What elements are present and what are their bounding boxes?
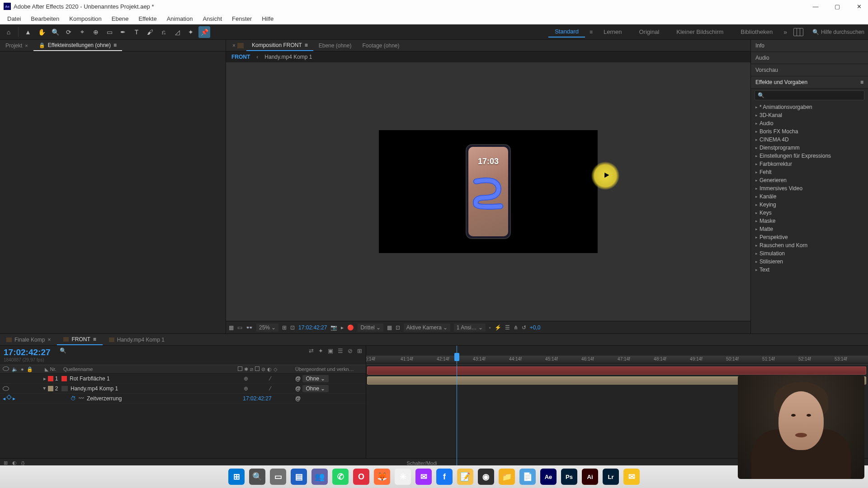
taskbar-firefox[interactable]: 🦊: [374, 469, 390, 485]
grid-icon[interactable]: ▦: [229, 324, 234, 331]
effects-category[interactable]: ▸Perspektive: [751, 233, 868, 241]
switches-modes-toggle[interactable]: Schalter/Modi: [29, 460, 815, 466]
hand-tool-icon[interactable]: ✋: [36, 26, 47, 38]
region-icon[interactable]: ⊡: [396, 324, 400, 331]
snapshot-icon[interactable]: 📷: [330, 324, 337, 331]
effects-presets-tab[interactable]: Effekte und Vorgaben ≡: [751, 76, 868, 89]
reset-exposure-icon[interactable]: ↺: [522, 324, 526, 331]
prev-key-icon[interactable]: ◂: [3, 395, 5, 402]
time-remap-row[interactable]: ◂▸ ⏱ 〰 Zeitverzerrung 17:02:42:27 @: [0, 394, 366, 404]
taskbar-obs[interactable]: ◉: [478, 469, 494, 485]
switch-icon[interactable]: [238, 366, 242, 371]
layer-search-icon[interactable]: 🔍: [60, 347, 66, 354]
timecode-nav-icon[interactable]: ⊡: [290, 324, 295, 331]
res-grid-icon[interactable]: ⊞: [282, 324, 287, 331]
taskbar-task-view[interactable]: ▭: [270, 469, 286, 485]
puppet-tool-icon[interactable]: 📌: [198, 26, 210, 38]
expand-icon[interactable]: [43, 375, 46, 382]
chevron-left-icon[interactable]: ‹: [256, 54, 258, 60]
playhead-line[interactable]: [457, 365, 457, 467]
workspace-kleiner[interactable]: Kleiner Bildschirm: [670, 27, 730, 37]
shy-icon[interactable]: ▣: [328, 347, 333, 354]
effects-category[interactable]: ▸Rauschen und Korn: [751, 241, 868, 249]
clone-tool-icon[interactable]: ⎌: [158, 26, 170, 38]
breadcrumb-child[interactable]: Handy.mp4 Komp 1: [264, 54, 312, 60]
workspace-original[interactable]: Original: [632, 27, 665, 37]
layer-name[interactable]: Handy.mp4 Komp 1: [71, 385, 118, 392]
menu-ansicht[interactable]: Ansicht: [198, 14, 226, 23]
show-snapshot-icon[interactable]: ▸: [341, 324, 344, 331]
taskbar-messenger[interactable]: ✉: [415, 469, 432, 485]
help-search-input[interactable]: Hilfe durchsuchen: [821, 29, 864, 35]
visibility-toggle[interactable]: [3, 386, 9, 391]
expression-pickwhip-icon[interactable]: @: [295, 395, 301, 402]
taskbar-notes[interactable]: 📝: [457, 469, 473, 485]
time-remap-value[interactable]: 17:02:42:27: [243, 395, 271, 402]
menu-datei[interactable]: Datei: [3, 14, 25, 23]
parent-pickwhip-icon[interactable]: @: [295, 375, 301, 382]
resolution-select[interactable]: Drittel ⌄: [358, 324, 383, 332]
effects-category[interactable]: ▸Simulation: [751, 249, 868, 258]
effects-category[interactable]: ▸* Animationsvorgaben: [751, 103, 868, 111]
parent-pickwhip-icon[interactable]: @: [295, 385, 301, 392]
layer-tab[interactable]: Ebene (ohne): [313, 41, 357, 51]
lock-icon[interactable]: 🔒: [39, 42, 45, 48]
audio-panel-tab[interactable]: Audio: [751, 52, 868, 64]
solo-icon[interactable]: ●: [21, 366, 24, 372]
info-panel-tab[interactable]: Info: [751, 40, 868, 52]
add-keyframe-icon[interactable]: [6, 394, 11, 399]
composition-tab[interactable]: Komposition FRONT ≡: [246, 40, 313, 51]
effects-category[interactable]: ▸Generieren: [751, 176, 868, 184]
zoom-tool-icon[interactable]: 🔍: [49, 26, 61, 38]
layer-row-2[interactable]: 2 Handy.mp4 Komp 1 ⊕∕ @ Ohne ⌄: [0, 384, 366, 394]
effects-category[interactable]: ▸Farbkorrektur: [751, 160, 868, 168]
effects-search-input[interactable]: 🔍: [755, 90, 864, 100]
effects-category[interactable]: ▸Immersives Video: [751, 184, 868, 192]
toggle-brackets-icon[interactable]: {}: [21, 460, 24, 466]
mblur-icon[interactable]: ⊘: [261, 366, 265, 372]
views-select[interactable]: 1 Ansi… ⌄: [454, 324, 486, 332]
playhead[interactable]: [457, 346, 457, 364]
rotate-tool-icon[interactable]: ⌖: [76, 26, 88, 38]
effects-category[interactable]: ▸3D-Kanal: [751, 111, 868, 119]
effects-category[interactable]: ▸Keying: [751, 201, 868, 209]
3d-icon[interactable]: ◇: [274, 366, 277, 372]
property-label[interactable]: Zeitverzerrung: [87, 395, 122, 402]
footage-tab[interactable]: Footage (ohne): [357, 41, 405, 51]
transparency-icon[interactable]: ▦: [387, 324, 392, 331]
anchor-tool-icon[interactable]: ⊕: [90, 26, 102, 38]
taskbar-lightroom[interactable]: Lr: [603, 469, 619, 485]
layer-name[interactable]: Rot Farbfläche 1: [70, 375, 110, 382]
stopwatch-icon[interactable]: ⏱: [71, 395, 76, 402]
current-timecode[interactable]: 17:02:42:27: [4, 347, 51, 357]
preview-panel-tab[interactable]: Vorschau: [751, 64, 868, 76]
next-key-icon[interactable]: ▸: [13, 395, 15, 402]
panel-menu-icon[interactable]: ≡: [860, 79, 863, 85]
eraser-tool-icon[interactable]: ◿: [171, 26, 183, 38]
parent-select[interactable]: Ohne ⌄: [302, 385, 329, 392]
viewer-timecode[interactable]: 17:02:42:27: [298, 324, 327, 331]
effects-category[interactable]: ▸Einstellungen für Expressions: [751, 152, 868, 160]
effects-category[interactable]: ▸Boris FX Mocha: [751, 127, 868, 136]
taskbar-explorer[interactable]: ▤: [291, 469, 307, 485]
switch-icon[interactable]: [255, 366, 259, 371]
roto-tool-icon[interactable]: ✦: [185, 26, 197, 38]
menu-animation[interactable]: Animation: [162, 14, 198, 23]
workspace-bibliotheken[interactable]: Bibliotheken: [734, 27, 779, 37]
taskbar-notepad[interactable]: 📄: [519, 469, 536, 485]
brush-tool-icon[interactable]: 🖌: [144, 26, 156, 38]
effect-controls-tab[interactable]: 🔒 Effekteinstellungen (ohne) ≡: [33, 40, 122, 51]
effects-category[interactable]: ▸Dienstprogramm: [751, 144, 868, 152]
taskbar-illustrator[interactable]: Ai: [582, 469, 598, 485]
expand-icon[interactable]: [42, 387, 48, 390]
channel-icon[interactable]: 👓: [246, 324, 253, 331]
taskbar-teams[interactable]: 👥: [311, 469, 328, 485]
taskbar-search[interactable]: 🔍: [249, 469, 265, 485]
workspace-standard[interactable]: Standard: [548, 26, 585, 38]
menu-komposition[interactable]: Komposition: [65, 14, 106, 23]
shy-col-icon[interactable]: ◣: [45, 366, 48, 372]
menu-icon[interactable]: ≡: [113, 42, 117, 48]
layer-color-chip[interactable]: [48, 376, 53, 381]
time-ruler[interactable]: ):14f41:14f42:14f43:14f44:14f45:14f46:14…: [366, 346, 868, 365]
eye-icon[interactable]: [3, 366, 9, 371]
